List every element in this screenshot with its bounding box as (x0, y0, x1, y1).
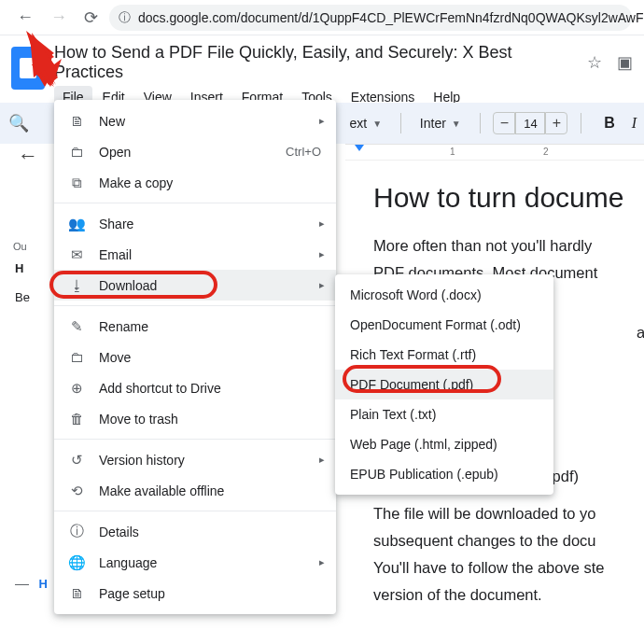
menu-item-offline[interactable]: ⟲Make available offline (54, 475, 336, 506)
submenu-item-pdf[interactable]: PDF Document (.pdf) (335, 370, 553, 399)
move-icon[interactable]: ▣ (617, 52, 633, 73)
font-size-decrease[interactable]: − (493, 112, 515, 134)
outline-label: Ou (13, 241, 27, 252)
trash-icon: 🗑 (67, 411, 86, 427)
font-size-value[interactable]: 14 (515, 112, 545, 134)
font-size-group: − 14 + (493, 112, 567, 134)
chevron-right-icon: ▸ (319, 217, 325, 230)
menu-item-rename[interactable]: ✎Rename (54, 311, 336, 342)
rename-icon: ✎ (67, 318, 86, 335)
menu-item-details[interactable]: ⓘDetails (54, 516, 336, 547)
folder-icon: 🗀 (67, 144, 86, 160)
menu-item-move[interactable]: 🗀Move (54, 342, 336, 372)
page-icon: 🗎 (67, 585, 86, 601)
menu-item-new[interactable]: 🗎New▸ (54, 105, 336, 136)
submenu-item-html[interactable]: Web Page (.html, zipped) (335, 429, 553, 459)
menu-separator (54, 203, 336, 203)
menu-item-history[interactable]: ↺Version history▸ (54, 444, 336, 475)
menu-item-trash[interactable]: 🗑Move to trash (54, 403, 336, 434)
globe-icon: 🌐 (67, 554, 86, 571)
outline-link[interactable]: H (38, 577, 47, 591)
chevron-right-icon: ▸ (319, 556, 325, 568)
forward-icon[interactable]: → (50, 7, 67, 28)
move-icon: 🗀 (67, 349, 86, 365)
font-size-increase[interactable]: + (545, 112, 567, 134)
italic-button[interactable]: I (632, 115, 637, 132)
outline-item[interactable]: Be (15, 290, 30, 304)
indent-marker-icon[interactable] (355, 145, 364, 151)
submenu-item-rtf[interactable]: Rich Text Format (.rtf) (335, 340, 553, 370)
chevron-right-icon: ▸ (319, 279, 325, 291)
site-info-icon[interactable]: ⓘ (119, 9, 131, 26)
shortcut-label: Ctrl+O (286, 145, 321, 159)
email-icon: ✉ (67, 246, 86, 263)
menu-item-open[interactable]: 🗀OpenCtrl+O (54, 136, 336, 167)
doc-paragraph: The file will be downloaded to yo (373, 502, 644, 525)
chevron-right-icon: ▸ (319, 454, 325, 466)
download-submenu: Microsoft Word (.docx) OpenDocument Form… (335, 274, 553, 495)
url-bar[interactable]: ⓘ docs.google.com/document/d/1QuppF4CD_P… (109, 5, 632, 31)
outline-list: H Be (15, 261, 30, 304)
download-icon: ⭳ (67, 277, 86, 293)
chevron-right-icon: ▸ (319, 248, 325, 260)
reload-icon[interactable]: ⟳ (84, 7, 98, 28)
doc-header: How to Send a PDF File Quickly, Easily, … (0, 35, 644, 108)
search-menu-icon[interactable]: 🔍 (7, 106, 31, 140)
submenu-item-epub[interactable]: EPUB Publication (.epub) (335, 459, 553, 489)
info-icon: ⓘ (67, 523, 86, 540)
docs-logo-icon[interactable] (11, 47, 45, 90)
ruler-mark: 1 (450, 147, 455, 157)
history-icon: ↺ (67, 452, 86, 469)
dash-icon: — (15, 575, 29, 591)
menu-item-email[interactable]: ✉Email▸ (54, 239, 336, 270)
style-select[interactable]: ext▼ (344, 112, 388, 134)
bold-button[interactable]: B (604, 115, 615, 132)
copy-icon: ⧉ (67, 175, 86, 191)
left-rail: ← (0, 144, 56, 168)
menu-item-language[interactable]: 🌐Language▸ (54, 547, 336, 578)
document-icon: 🗎 (67, 113, 86, 129)
doc-paragraph: version of the document. (373, 583, 644, 607)
shortcut-icon: ⊕ (67, 380, 86, 397)
ruler-mark: 2 (543, 147, 549, 157)
doc-heading: How to turn docume (373, 182, 644, 214)
chevron-down-icon: ▼ (452, 119, 461, 129)
submenu-item-odt[interactable]: OpenDocument Format (.odt) (335, 310, 553, 340)
back-icon[interactable]: ← (17, 7, 34, 28)
doc-paragraph: subsequent changes to the docu (373, 529, 644, 553)
menu-item-share[interactable]: 👥Share▸ (54, 208, 336, 239)
menu-separator (54, 511, 336, 511)
browser-bar: ← → ⟳ ⓘ docs.google.com/document/d/1Qupp… (0, 0, 644, 35)
menu-separator (54, 439, 336, 440)
outline-item[interactable]: H (15, 261, 30, 275)
menu-item-copy[interactable]: ⧉Make a copy (54, 167, 336, 198)
font-select[interactable]: Inter▼ (414, 112, 467, 134)
star-icon[interactable]: ☆ (587, 52, 602, 73)
divider (480, 113, 481, 133)
ruler[interactable]: 1 2 (345, 144, 644, 161)
menu-item-download[interactable]: ⭳Download▸ (54, 270, 336, 301)
outline-collapse-icon[interactable]: ← (18, 144, 38, 168)
menu-item-shortcut[interactable]: ⊕Add shortcut to Drive (54, 372, 336, 403)
chevron-down-icon: ▼ (372, 119, 382, 129)
offline-icon: ⟲ (67, 483, 86, 499)
doc-title[interactable]: How to Send a PDF File Quickly, Easily, … (54, 43, 576, 82)
file-menu: 🗎New▸ 🗀OpenCtrl+O ⧉Make a copy 👥Share▸ ✉… (54, 100, 336, 614)
submenu-item-docx[interactable]: Microsoft Word (.docx) (335, 280, 553, 310)
divider (581, 113, 581, 133)
menu-item-pagesetup[interactable]: 🗎Page setup (54, 578, 336, 609)
submenu-item-txt[interactable]: Plain Text (.txt) (335, 399, 553, 429)
divider (400, 113, 401, 133)
chevron-right-icon: ▸ (319, 115, 325, 127)
doc-paragraph: You'll have to follow the above ste (373, 556, 644, 580)
menu-separator (54, 305, 336, 306)
url-text: docs.google.com/document/d/1QuppF4CD_PlE… (138, 10, 644, 25)
share-icon: 👥 (67, 216, 86, 232)
